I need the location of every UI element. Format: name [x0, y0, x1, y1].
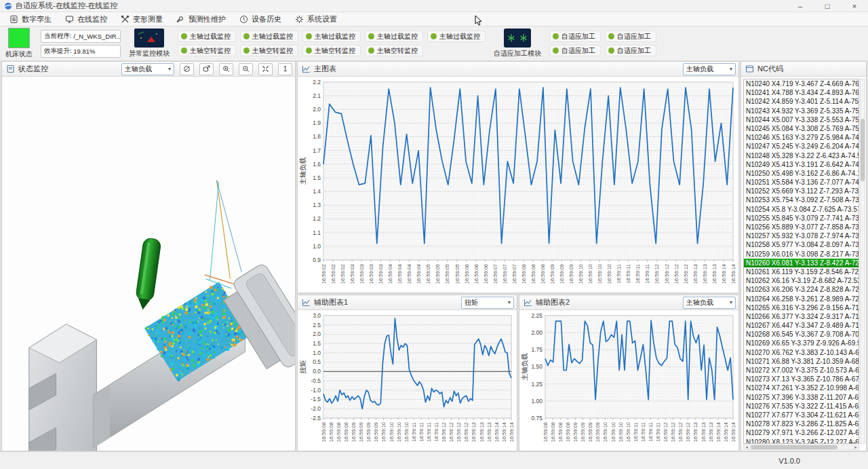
zoom-out-button[interactable] — [239, 63, 253, 75]
nc-line[interactable]: N10263 X6.206 Y-3.224 Z-8.828 A-72.33 C — [744, 285, 859, 294]
export-view-button[interactable] — [199, 63, 214, 75]
nc-line[interactable]: N10278 X7.823 Y-3.286 Z-11.825 A-63.73 — [744, 419, 859, 428]
nc-line[interactable]: N10254 X5.8 Y-3.084 Z-7.625 A-73.571 C — [744, 205, 859, 214]
svg-text:16:59:12: 16:59:12 — [448, 422, 454, 442]
nc-line[interactable]: N10262 X6.16 Y-3.19 Z-8.682 A-72.534 C — [744, 276, 859, 285]
nc-line[interactable]: N10280 X8.123 Y-3.245 Z-12.227 A-62.23 — [744, 438, 859, 445]
machine-3d-viewport[interactable] — [2, 77, 295, 451]
adaptive-module-label: 自适应加工模块 — [494, 49, 541, 58]
svg-text:16:59:10: 16:59:10 — [403, 422, 410, 442]
status-dot-icon — [368, 48, 374, 54]
scroll-left-arrow[interactable]: ◂ — [744, 445, 749, 450]
svg-text:16:59:03: 16:59:03 — [359, 264, 365, 284]
svg-text:16:59:06: 16:59:06 — [473, 264, 479, 284]
nc-line[interactable]: N10266 X6.377 Y-3.324 Z-9.317 A-71.443 — [744, 312, 859, 321]
fit-view-button[interactable] — [258, 63, 273, 75]
rotate-view-button[interactable] — [180, 63, 194, 75]
svg-text:16:59:14: 16:59:14 — [730, 422, 736, 442]
nc-line[interactable]: N10261 X6.119 Y-3.159 Z-8.546 A-72.701 — [744, 267, 859, 276]
maximize-button[interactable]: □ — [814, 0, 841, 12]
nc-line[interactable]: N10277 X7.677 Y-3.304 Z-11.621 A-64.48 — [744, 411, 859, 419]
nc-line[interactable]: N10249 X5.413 Y-3.191 Z-6.642 A-74.346 — [744, 160, 859, 169]
svg-text:2.00: 2.00 — [531, 329, 542, 336]
aux-chart1-metric-select[interactable]: 扭矩▾ — [461, 297, 514, 309]
main-chart-plot: 0.91.01.11.21.31.41.51.61.71.81.92.02.12… — [298, 77, 738, 293]
nc-code-list[interactable]: N10240 X4.719 Y-3.467 Z-4.669 A-76.396N1… — [743, 79, 859, 444]
version-label: V1.0.0 — [778, 457, 800, 465]
svg-text:16:59:05: 16:59:05 — [435, 264, 441, 284]
nc-line[interactable]: N10264 X6.258 Y-3.261 Z-8.989 A-72.072 — [744, 295, 859, 303]
nc-horizontal-scrollbar[interactable]: ◂▸ — [743, 445, 859, 450]
page-indicator[interactable]: 1 — [278, 63, 292, 75]
svg-text:16:59:09: 16:59:09 — [595, 422, 601, 442]
menu-predictive-maintenance[interactable]: 预测性维护 — [172, 12, 235, 26]
svg-text:16:59:03: 16:59:03 — [368, 264, 374, 284]
nc-line[interactable]: N10273 X7.13 Y-3.365 Z-10.786 A-67.372 — [744, 375, 859, 383]
svg-text:16:59:09: 16:59:09 — [373, 422, 379, 442]
aux-chart2-metric-select[interactable]: 主轴负载▾ — [683, 297, 736, 309]
nc-line[interactable]: N10267 X6.447 Y-3.347 Z-9.489 A-71.055 — [744, 321, 859, 330]
nc-line[interactable]: N10259 X6.016 Y-3.098 Z-8.217 A-73.036 — [744, 250, 859, 259]
svg-text:16:59:12: 16:59:12 — [677, 422, 684, 442]
status-dot-icon — [181, 33, 187, 39]
close-button[interactable]: × — [841, 0, 868, 12]
nc-line[interactable]: N10265 X6.316 Y-3.296 Z-9.156 A-71.771 — [744, 303, 859, 312]
scrollbar-thumb[interactable] — [751, 445, 837, 449]
nc-line[interactable]: N10241 X4.788 Y-3.434 Z-4.893 A-76.062 — [744, 88, 859, 97]
svg-text:16:59:12: 16:59:12 — [685, 422, 691, 442]
svg-text:16:59:10: 16:59:10 — [578, 264, 584, 284]
status-monitor-metric-select[interactable]: 主轴负载▾ — [121, 63, 174, 75]
svg-text:16:59:02: 16:59:02 — [321, 264, 327, 284]
nc-line[interactable]: N10256 X5.889 Y-3.077 Z-7.858 A-73.348 — [744, 223, 859, 231]
svg-text:16:59:09: 16:59:09 — [587, 422, 593, 442]
nc-line[interactable]: N10247 X5.245 Y-3.249 Z-6.204 A-74.701 — [744, 142, 859, 151]
menu-digital-twin[interactable]: 数字孪生 — [5, 12, 61, 26]
menu-system-settings[interactable]: 系统设置 — [291, 12, 347, 26]
main-chart-metric-select[interactable]: 主轴负载▾ — [683, 63, 736, 75]
scroll-right-arrow[interactable]: ▸ — [853, 445, 859, 450]
zoom-in-button[interactable] — [219, 63, 233, 75]
nc-line[interactable]: N10257 X5.932 Y-3.078 Z-7.974 A-73.243 — [744, 231, 859, 240]
chevron-down-icon: ▾ — [730, 299, 732, 305]
nc-line[interactable]: N10250 X5.498 Y-3.162 Z-6.86 A-74.178 C — [744, 169, 859, 178]
nc-line[interactable]: N10255 X5.845 Y-3.079 Z-7.741 A-73.458 — [744, 214, 859, 223]
svg-text:16:59:14: 16:59:14 — [494, 422, 500, 442]
nc-line-selected[interactable]: N10260 X6.081 Y-3.133 Z-8.422 A-72.835 — [744, 259, 859, 267]
nc-line[interactable]: N10246 X5.163 Y-3.279 Z-5.984 A-74.892 — [744, 133, 859, 142]
nc-line[interactable]: N10240 X4.719 Y-3.467 Z-4.669 A-76.396 — [744, 79, 859, 88]
aux-chart2-title: 辅助图表2 — [536, 297, 570, 307]
nc-line[interactable]: N10279 X7.971 Y-3.266 Z-12.027 A-62.98 — [744, 428, 859, 437]
nc-line[interactable]: N10275 X7.396 Y-3.338 Z-11.207 A-65.95 — [744, 393, 859, 402]
minimize-button[interactable]: – — [787, 0, 814, 12]
svg-text:16:59:12: 16:59:12 — [664, 264, 670, 284]
nc-line[interactable]: N10252 X5.669 Y-3.112 Z-7.293 A-73.844 — [744, 187, 859, 195]
nc-line[interactable]: N10276 X7.535 Y-3.322 Z-11.415 A-65.22 — [744, 402, 859, 411]
nc-line[interactable]: N10271 X6.88 Y-3.381 Z-10.359 A-68.711 — [744, 357, 859, 366]
nc-line[interactable]: N10258 X5.977 Y-3.084 Z-8.097 A-73.138 — [744, 240, 859, 249]
svg-text:16:59:11: 16:59:11 — [644, 264, 650, 284]
status-dot-icon — [431, 33, 437, 39]
nc-line[interactable]: N10272 X7.002 Y-3.375 Z-10.573 A-68.05 — [744, 366, 859, 375]
nc-line[interactable]: N10270 X6.762 Y-3.383 Z-10.143 A-69.34 — [744, 348, 859, 357]
menu-deform-measure[interactable]: 变形测量 — [117, 12, 172, 26]
svg-text:16:59:11: 16:59:11 — [625, 264, 631, 284]
menu-online-monitor[interactable]: 在线监控 — [61, 12, 117, 26]
nc-line[interactable]: N10269 X6.65 Y-3.379 Z-9.926 A-69.947 C — [744, 339, 859, 348]
svg-text:2.0: 2.0 — [313, 331, 321, 337]
nc-line[interactable]: N10248 X5.328 Y-3.22 Z-6.423 A-74.52 C — [744, 151, 859, 160]
nc-line[interactable]: N10243 X4.932 Y-3.369 Z-5.335 A-75.523 — [744, 107, 859, 115]
adaptive-module-thumbnail[interactable] — [504, 29, 531, 48]
nc-line[interactable]: N10251 X5.584 Y-3.136 Z-7.077 A-74.012 — [744, 178, 859, 187]
menu-device-history[interactable]: 设备历史 — [235, 12, 291, 26]
nc-line[interactable]: N10245 X5.084 Y-3.308 Z-5.769 A-75.088 — [744, 124, 859, 133]
anomaly-monitor-thumbnail[interactable] — [134, 29, 164, 48]
nc-line[interactable]: N10274 X7.261 Y-3.352 Z-10.998 A-66.67 — [744, 383, 859, 392]
svg-text:16:59:11: 16:59:11 — [433, 422, 439, 442]
nc-line[interactable]: N10242 X4.859 Y-3.401 Z-5.114 A-75.775 — [744, 97, 859, 106]
nc-line[interactable]: N10244 X5.007 Y-3.338 Z-5.553 A-75.297 — [744, 115, 859, 124]
scrollbar-thumb[interactable] — [861, 119, 865, 181]
svg-text:16:59:11: 16:59:11 — [426, 422, 432, 442]
nc-vertical-scrollbar[interactable] — [860, 79, 865, 444]
nc-line[interactable]: N10253 X5.754 Y-3.092 Z-7.508 A-73.677 — [744, 195, 859, 204]
nc-line[interactable]: N10268 X6.545 Y-3.367 Z-9.708 A-70.519 — [744, 330, 859, 339]
